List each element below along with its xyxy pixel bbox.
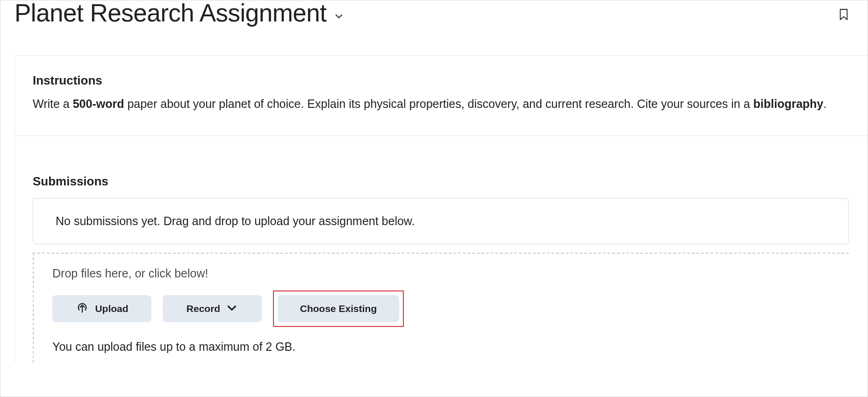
dropzone-hint: Drop files here, or click below! — [52, 267, 830, 280]
choose-existing-highlight: Choose Existing — [273, 291, 404, 327]
upload-button[interactable]: Upload — [52, 295, 151, 322]
submissions-status-box: No submissions yet. Drag and drop to upl… — [33, 198, 849, 244]
instructions-text-prefix: Write a — [33, 97, 73, 110]
assignment-title-group: Planet Research Assignment — [14, 0, 344, 27]
instructions-text-suffix: . — [824, 97, 827, 110]
submissions-empty-message: No submissions yet. Drag and drop to upl… — [56, 214, 826, 228]
chevron-down-icon — [226, 302, 238, 316]
instructions-heading: Instructions — [33, 73, 849, 88]
upload-size-limit: You can upload files up to a maximum of … — [52, 340, 830, 354]
header-bar: Planet Research Assignment — [0, 0, 868, 27]
submissions-heading: Submissions — [33, 174, 849, 189]
dropzone-button-row: Upload Record Choose Existing — [52, 291, 830, 327]
bookmark-icon[interactable] — [839, 8, 849, 23]
instructions-section: Instructions Write a 500-word paper abou… — [15, 56, 868, 136]
record-button[interactable]: Record — [163, 295, 262, 322]
choose-existing-button[interactable]: Choose Existing — [278, 295, 399, 322]
chevron-down-icon[interactable] — [333, 2, 344, 24]
submissions-section: Submissions No submissions yet. Drag and… — [15, 136, 868, 363]
assignment-page: Planet Research Assignment Instructions … — [0, 0, 868, 363]
choose-existing-button-label: Choose Existing — [300, 303, 377, 314]
instructions-text-mid: paper about your planet of choice. Expla… — [124, 97, 753, 110]
upload-button-label: Upload — [95, 303, 128, 314]
file-dropzone[interactable]: Drop files here, or click below! Upload — [33, 253, 849, 363]
instructions-bold-2: bibliography — [753, 97, 824, 110]
assignment-title: Planet Research Assignment — [14, 0, 327, 27]
record-button-label: Record — [187, 303, 220, 314]
main-panel: Instructions Write a 500-word paper abou… — [14, 55, 868, 363]
instructions-body: Write a 500-word paper about your planet… — [33, 95, 849, 112]
upload-icon — [75, 301, 89, 317]
instructions-bold-1: 500-word — [73, 97, 124, 110]
